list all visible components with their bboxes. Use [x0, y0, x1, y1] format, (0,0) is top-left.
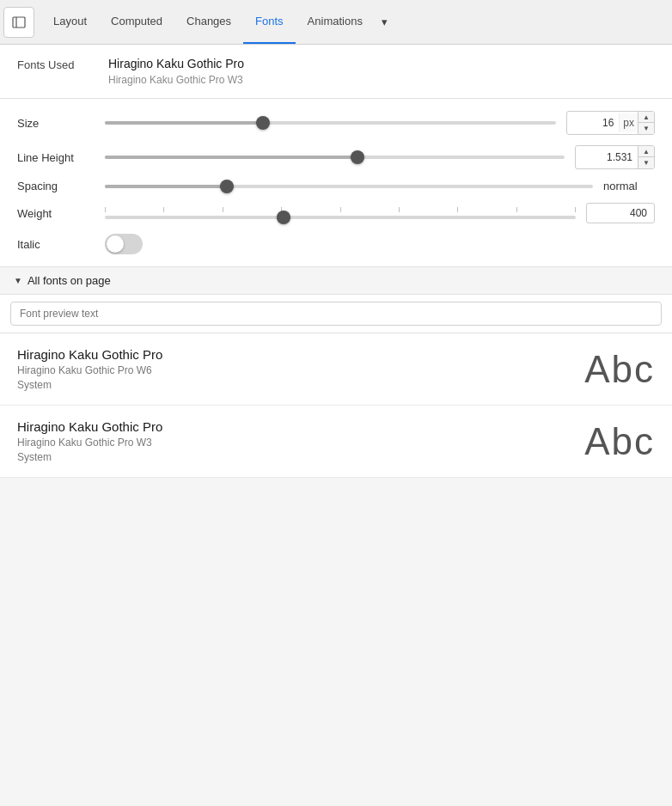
font-item-source: System [17, 451, 162, 463]
fonts-used-label: Fonts Used [17, 57, 95, 71]
all-fonts-header[interactable]: ▼ All fonts on page [0, 267, 672, 295]
tab-layout[interactable]: Layout [41, 0, 99, 44]
chevron-down-icon: ▾ [382, 15, 388, 28]
fonts-used-primary: Hiragino Kaku Gothic Pro [108, 57, 244, 70]
font-item-name: Hiragino Kaku Gothic Pro [17, 419, 162, 434]
tab-more-button[interactable]: ▾ [375, 0, 394, 44]
font-item-info: Hiragino Kaku Gothic Pro Hiragino Kaku G… [17, 419, 162, 463]
line-height-control-row: Line Height ▲ ▼ [17, 145, 655, 169]
italic-control-row: Italic [17, 234, 655, 254]
controls-section: Size px ▲ ▼ Line Height [0, 99, 672, 267]
font-item-variant: Hiragino Kaku Gothic Pro W6 [17, 364, 162, 376]
line-height-slider-track[interactable] [105, 156, 565, 159]
line-height-slider-container [105, 156, 565, 159]
size-unit: px [619, 113, 638, 132]
font-item-name: Hiragino Kaku Gothic Pro [17, 347, 162, 362]
size-input-group: px ▲ ▼ [566, 111, 655, 135]
font-item-variant: Hiragino Kaku Gothic Pro W3 [17, 437, 162, 449]
font-search-bar [0, 295, 672, 333]
fonts-used-secondary: Hiragino Kaku Gothic Pro W3 [108, 74, 244, 86]
all-fonts-label: All fonts on page [27, 274, 111, 287]
spacing-value: normal [603, 180, 655, 192]
italic-toggle[interactable] [105, 234, 143, 254]
weight-input[interactable] [586, 203, 655, 223]
line-height-label: Line Height [17, 151, 95, 164]
size-stepper-down[interactable]: ▼ [638, 123, 654, 134]
tab-bar: Layout Computed Changes Fonts Animations… [0, 0, 672, 45]
weight-track[interactable] [105, 216, 576, 219]
line-height-stepper-up[interactable]: ▲ [638, 146, 654, 157]
panel-toggle-button[interactable] [3, 7, 34, 38]
spacing-slider-track[interactable] [105, 185, 593, 188]
tab-animations[interactable]: Animations [296, 0, 375, 44]
spacing-control-row: Spacing normal [17, 180, 655, 192]
tab-fonts[interactable]: Fonts [243, 0, 296, 44]
size-slider-container [105, 121, 556, 125]
line-height-input[interactable] [576, 148, 638, 167]
font-item-source: System [17, 379, 162, 391]
fonts-used-names: Hiragino Kaku Gothic Pro Hiragino Kaku G… [108, 57, 244, 86]
weight-control-row: Weight [17, 203, 655, 223]
font-preview-abc: Abc [584, 348, 655, 391]
weight-slider-container[interactable] [105, 207, 576, 219]
spacing-slider-container [105, 185, 593, 188]
font-search-input[interactable] [10, 302, 662, 326]
font-item-info: Hiragino Kaku Gothic Pro Hiragino Kaku G… [17, 347, 162, 391]
font-list-item: Hiragino Kaku Gothic Pro Hiragino Kaku G… [0, 406, 672, 478]
size-stepper[interactable]: ▲ ▼ [638, 112, 654, 134]
line-height-input-group: ▲ ▼ [575, 145, 655, 169]
fonts-used-section: Fonts Used Hiragino Kaku Gothic Pro Hira… [0, 45, 672, 99]
weight-label: Weight [17, 207, 95, 220]
collapse-arrow-icon: ▼ [14, 276, 22, 285]
font-list-item: Hiragino Kaku Gothic Pro Hiragino Kaku G… [0, 333, 672, 406]
spacing-label: Spacing [17, 180, 95, 192]
tab-changes[interactable]: Changes [174, 0, 243, 44]
size-control-row: Size px ▲ ▼ [17, 111, 655, 135]
tab-computed[interactable]: Computed [99, 0, 174, 44]
svg-rect-0 [13, 17, 25, 27]
font-list: Hiragino Kaku Gothic Pro Hiragino Kaku G… [0, 333, 672, 478]
size-stepper-up[interactable]: ▲ [638, 112, 654, 123]
size-input[interactable] [567, 113, 619, 132]
line-height-stepper[interactable]: ▲ ▼ [638, 146, 654, 168]
italic-label: Italic [17, 238, 95, 251]
toggle-knob [107, 235, 124, 253]
line-height-stepper-down[interactable]: ▼ [638, 157, 654, 168]
font-preview-abc: Abc [584, 420, 655, 463]
weight-ticks [105, 207, 576, 212]
size-label: Size [17, 117, 95, 130]
size-slider-track[interactable] [105, 121, 556, 125]
